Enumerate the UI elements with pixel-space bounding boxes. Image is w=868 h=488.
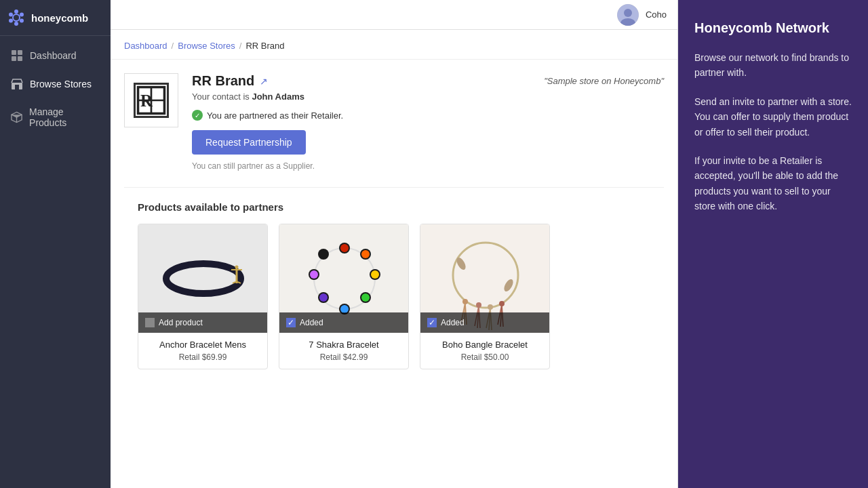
- svg-point-1: [14, 9, 18, 14]
- sidebar-item-dashboard[interactable]: Dashboard: [0, 41, 111, 70]
- svg-point-43: [319, 250, 328, 258]
- product-info-1: 7 Shakra Bracelet Retail $42.99: [279, 333, 408, 369]
- grid-icon: [11, 49, 23, 62]
- svg-point-39: [361, 293, 370, 302]
- content-area: Coho Dashboard / Browse Stores / RR Bran…: [111, 0, 678, 488]
- breadcrumb-sep-1: /: [172, 41, 174, 51]
- honeycomb-logo-icon: [7, 8, 26, 27]
- svg-rect-7: [12, 50, 16, 55]
- product-card-0: Add product Anchor Bracelet Mens Retail …: [138, 224, 268, 369]
- breadcrumb-dashboard[interactable]: Dashboard: [124, 41, 167, 51]
- product-info-0: Anchor Bracelet Mens Retail $69.99: [138, 333, 267, 369]
- svg-point-36: [340, 244, 349, 252]
- svg-point-25: [235, 266, 239, 269]
- svg-point-5: [9, 19, 13, 23]
- sidebar-item-label-browse-stores: Browse Stores: [30, 79, 92, 89]
- box-icon: [11, 111, 22, 123]
- product-name-1: 7 Shakra Bracelet: [286, 340, 401, 350]
- svg-point-42: [310, 270, 318, 279]
- svg-rect-12: [15, 85, 19, 89]
- sidebar-item-browse-stores[interactable]: Browse Stores: [0, 70, 111, 98]
- store-logo-inner: R: [134, 83, 169, 118]
- product-overlay-0[interactable]: Add product: [138, 312, 268, 333]
- product-info-2: Boho Bangle Bracelet Retail $50.00: [420, 333, 549, 369]
- sidebar: honeycomb Dashboard Browse Stores: [0, 0, 111, 488]
- product-image-2: ✓ Added: [420, 224, 550, 333]
- svg-point-49: [462, 299, 468, 304]
- svg-point-57: [488, 304, 493, 310]
- right-panel-title: Honeycomb Network: [694, 19, 852, 37]
- product-price-0: Retail $69.99: [145, 352, 260, 362]
- contact-name: John Adams: [252, 92, 304, 102]
- sidebar-header: honeycomb: [0, 0, 111, 36]
- external-link-icon[interactable]: ↗: [260, 76, 268, 87]
- right-panel: Honeycomb Network Browse our network to …: [678, 0, 868, 488]
- svg-point-3: [20, 19, 24, 23]
- store-contact: Your contact is John Adams: [192, 92, 530, 102]
- product-overlay-1[interactable]: ✓ Added: [279, 312, 409, 333]
- main-area: Coho Dashboard / Browse Stores / RR Bran…: [111, 0, 868, 488]
- products-grid: Add product Anchor Bracelet Mens Retail …: [138, 224, 650, 369]
- right-panel-para-1: Send an invite to partner with a store. …: [694, 94, 852, 140]
- contact-prefix: Your contact is: [192, 92, 250, 102]
- product-price-1: Retail $42.99: [286, 352, 401, 362]
- product-overlay-label-1: Added: [300, 318, 323, 327]
- products-title: Products available to partners: [138, 201, 650, 213]
- sidebar-item-label-dashboard: Dashboard: [30, 50, 77, 61]
- topbar: Coho: [111, 0, 677, 30]
- app-name: honeycomb: [31, 12, 88, 24]
- svg-point-6: [9, 13, 13, 17]
- store-logo: R: [124, 73, 178, 127]
- product-name-2: Boho Bangle Bracelet: [427, 340, 542, 350]
- breadcrumb-current: RR Brand: [245, 41, 284, 51]
- store-icon: [11, 78, 23, 90]
- product-checkbox-0: [145, 318, 155, 327]
- sidebar-item-label-manage-products: Manage Products: [29, 106, 100, 128]
- product-image-1: ✓ Added: [279, 224, 409, 333]
- product-checkbox-2: ✓: [427, 318, 437, 327]
- product-overlay-2[interactable]: ✓ Added: [420, 312, 550, 333]
- store-name-row: RR Brand ↗: [192, 73, 530, 89]
- store-name: RR Brand: [192, 73, 254, 89]
- store-info: RR Brand ↗ Your contact is John Adams ✓ …: [192, 73, 530, 171]
- svg-point-38: [371, 270, 379, 279]
- svg-rect-10: [18, 56, 22, 61]
- svg-rect-9: [12, 56, 16, 61]
- check-circle-icon: ✓: [192, 110, 203, 121]
- product-checkbox-1: ✓: [286, 318, 296, 327]
- user-avatar: [617, 4, 639, 26]
- store-sample-label: "Sample store on Honeycomb": [544, 73, 664, 86]
- store-section: R RR Brand ↗ Your contact is John Adams: [111, 60, 677, 396]
- breadcrumb-browse-stores[interactable]: Browse Stores: [178, 41, 235, 51]
- supplier-note: You can still partner as a Supplier.: [192, 161, 530, 171]
- sidebar-item-manage-products[interactable]: Manage Products: [0, 98, 111, 136]
- product-price-2: Retail $50.00: [427, 352, 542, 362]
- svg-point-61: [499, 301, 505, 306]
- breadcrumb-sep-2: /: [239, 41, 242, 51]
- product-name-0: Anchor Bracelet Mens: [145, 340, 260, 350]
- request-partnership-button[interactable]: Request Partnership: [192, 130, 306, 155]
- product-card-1: ✓ Added 7 Shakra Bracelet Retail $42.99: [279, 224, 409, 369]
- store-card: R RR Brand ↗ Your contact is John Adams: [124, 73, 664, 188]
- right-panel-para-0: Browse our network to find brands to par…: [694, 50, 852, 81]
- partnered-badge: ✓ You are partnered as their Retailer.: [192, 110, 530, 121]
- user-name: Coho: [646, 9, 667, 20]
- products-section: Products available to partners: [124, 201, 664, 383]
- svg-point-4: [14, 22, 18, 26]
- store-logo-svg: R: [136, 83, 167, 118]
- svg-point-41: [319, 293, 328, 302]
- breadcrumb: Dashboard / Browse Stores / RR Brand: [111, 30, 677, 60]
- partnered-text: You are partnered as their Retailer.: [207, 110, 343, 121]
- svg-point-53: [476, 302, 481, 308]
- right-panel-para-2: If your invite to be a Retailer is accep…: [694, 153, 852, 214]
- svg-point-37: [361, 250, 370, 258]
- svg-point-2: [20, 13, 24, 17]
- product-overlay-label-2: Added: [441, 318, 465, 327]
- sidebar-nav: Dashboard Browse Stores Manage Products: [0, 36, 111, 136]
- svg-point-0: [13, 14, 20, 21]
- product-overlay-label-0: Add product: [159, 318, 203, 327]
- svg-rect-8: [18, 50, 22, 55]
- svg-point-15: [624, 9, 632, 17]
- product-card-2: ✓ Added Boho Bangle Bracelet Retail $50.…: [420, 224, 550, 369]
- product-image-0: Add product: [138, 224, 268, 333]
